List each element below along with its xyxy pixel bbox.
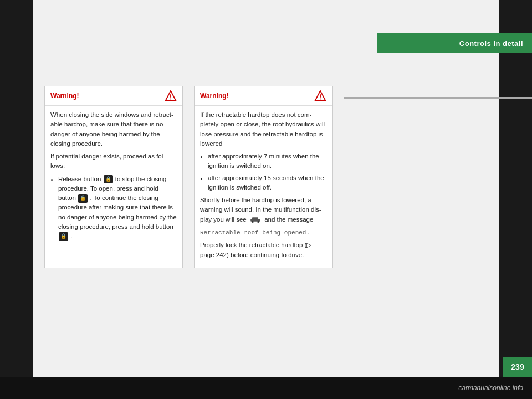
svg-point-8	[252, 221, 253, 223]
lock-icon-2: 🔒	[78, 194, 88, 203]
page-number: 239	[511, 362, 524, 371]
footer-text: carmanualsonline.info	[458, 384, 523, 392]
mono-text: Retractable roof being opened.	[200, 229, 310, 236]
warnings-container: Warning! When closing the side windows a…	[44, 86, 332, 268]
warning-label-1: Warning!	[50, 91, 79, 101]
footer-bar: carmanualsonline.info	[0, 377, 532, 399]
car-icon	[249, 216, 262, 223]
svg-point-5	[320, 99, 321, 100]
warning-header-2: Warning!	[195, 86, 332, 106]
warning-1-bullet1: Release button 🔒 to stop the closing pro…	[58, 175, 177, 242]
warning-body-1: When closing the side windows and retrac…	[45, 106, 182, 249]
header-title: Controls in detail	[459, 39, 523, 48]
warning-2-list: after approximately 7 minutes when the i…	[208, 152, 326, 192]
warning-box-1: Warning! When closing the side windows a…	[44, 86, 183, 268]
warning-2-mono: Retractable roof being opened.	[200, 228, 326, 238]
header-bar: Controls in detail	[377, 33, 532, 53]
warning-triangle-icon-2	[314, 90, 326, 102]
para2-suffix: and the message	[264, 216, 313, 223]
warning-label-2: Warning!	[200, 91, 229, 101]
divider-line	[344, 97, 532, 99]
warning-2-bullet1: after approximately 7 minutes when the i…	[208, 152, 326, 171]
warning-2-para2: Shortly before the hardtop is lowered, a…	[200, 196, 326, 224]
svg-point-2	[170, 99, 171, 100]
bullet1-suffix2: . To continue the closing procedure afte…	[58, 195, 177, 230]
warning-box-2: Warning! If the retractable hardtop does…	[194, 86, 332, 268]
bullet1-prefix: Release button	[58, 176, 101, 182]
warning-1-para1: When closing the side windows and retrac…	[50, 110, 177, 149]
warning-header-1: Warning!	[45, 86, 182, 106]
warning-1-para2: If potential danger exists, proceed as f…	[50, 152, 177, 171]
bullet1-end: .	[70, 233, 72, 239]
warning-triangle-icon-1	[165, 90, 177, 102]
warning-1-list: Release button 🔒 to stop the closing pro…	[58, 175, 177, 242]
warning-body-2: If the retractable hardtop does not com-…	[195, 106, 332, 268]
warning-2-bullet2: after approximately 15 seconds when the …	[208, 173, 326, 193]
svg-point-9	[257, 221, 259, 223]
lock-icon-3: 🔒	[59, 232, 68, 241]
page-number-box: 239	[503, 357, 532, 377]
warning-2-para1: If the retractable hardtop does not com-…	[200, 110, 326, 149]
svg-rect-7	[252, 218, 258, 220]
lock-icon-1: 🔒	[104, 175, 113, 184]
warning-2-para3: Properly lock the retractable hardtop (▷…	[200, 241, 326, 260]
